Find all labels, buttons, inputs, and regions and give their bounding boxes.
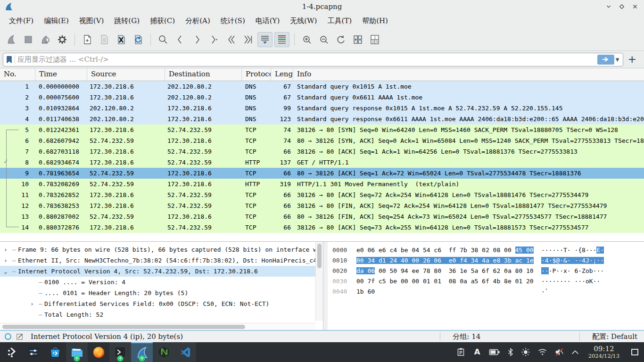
menu-item-0[interactable]: 文件(F)	[4, 15, 39, 27]
menu-item-7[interactable]: 电话(Y)	[250, 15, 285, 27]
bluetooth-icon[interactable]	[507, 347, 514, 357]
menu-item-3[interactable]: 跳转(G)	[109, 15, 145, 27]
apply-filter-button[interactable]	[597, 55, 614, 65]
display-filter-input[interactable]: 应用显示过滤器 ... <Ctrl-/> ▼	[3, 53, 623, 66]
detail-line-5[interactable]: ›–Differentiated Services Field: 0x00 (D…	[0, 298, 323, 309]
packet-row-9[interactable]: 90.78196365452.74.232.59172.30.218.6TCP6…	[0, 168, 644, 179]
brightness-icon[interactable]	[521, 347, 530, 357]
resize-columns-button[interactable]	[350, 32, 365, 47]
packet-row-7[interactable]: 70.682703118172.30.218.652.74.232.59TCP6…	[0, 146, 644, 157]
hex-row-0030[interactable]: 003000 7f c5 be 00 00 01 01 08 0a a5 6f …	[332, 276, 644, 287]
column-header-protocol[interactable]: Protocol	[242, 68, 271, 81]
discover-button[interactable]	[44, 342, 66, 362]
zoom-in-button[interactable]	[299, 32, 314, 47]
add-filter-button[interactable]: +	[623, 53, 641, 66]
packet-row-1[interactable]: 10.000000000172.30.218.6202.120.80.2DNS6…	[0, 81, 644, 92]
file-manager-button[interactable]: +	[66, 342, 88, 362]
restart-capture-button[interactable]	[38, 32, 53, 47]
expander-icon[interactable]: ›	[4, 255, 12, 266]
vscode-button[interactable]	[174, 342, 196, 362]
menu-item-2[interactable]: 视图(V)	[74, 15, 109, 27]
packet-row-14[interactable]: 140.880372876172.30.218.652.74.232.59TCP…	[0, 222, 644, 233]
hex-row-0010[interactable]: 001000 34 d1 24 40 00 26 06 e0 f4 34 4a …	[332, 255, 644, 266]
menu-item-4[interactable]: 捕获(C)	[145, 15, 180, 27]
profile-status[interactable]: 配置: Default	[580, 332, 639, 341]
capture-comment-icon[interactable]	[16, 333, 24, 341]
column-header-source[interactable]: Source	[87, 68, 165, 81]
volume-muted-icon[interactable]	[554, 347, 564, 357]
expander-icon[interactable]: ›	[30, 298, 39, 309]
bookmark-icon[interactable]	[6, 56, 13, 64]
colorize-button[interactable]	[274, 32, 289, 47]
packet-row-5[interactable]: 50.012242361172.30.218.652.74.232.59TCP7…	[0, 124, 644, 135]
scrollbar-thumb[interactable]	[317, 244, 322, 268]
packet-row-12[interactable]: 120.783638253172.30.218.652.74.232.59TCP…	[0, 200, 644, 211]
expander-icon[interactable]: ›	[4, 244, 12, 255]
menu-item-8[interactable]: 无线(W)	[285, 15, 322, 27]
save-file-button[interactable]	[97, 32, 112, 47]
detail-line-1[interactable]: ›–Ethernet II, Src: NewH3CTechno_7b:38:0…	[0, 255, 323, 266]
stop-capture-button[interactable]	[21, 32, 36, 47]
wifi-icon[interactable]	[537, 348, 547, 356]
column-header-no[interactable]: No.	[0, 68, 35, 81]
neovim-button[interactable]	[153, 342, 174, 362]
maximize-button[interactable]	[618, 2, 626, 11]
expert-info-icon[interactable]	[5, 333, 11, 340]
packet-row-11[interactable]: 110.783262852172.30.218.652.74.232.59TCP…	[0, 189, 644, 200]
open-file-button[interactable]	[80, 32, 95, 47]
hex-row-0020[interactable]: 0020da 06 00 50 94 ee 78 80 36 1e 5a 6f …	[332, 266, 644, 276]
pane-splitter[interactable]	[323, 242, 328, 330]
terminal-button[interactable]: +	[109, 342, 131, 362]
menu-item-5[interactable]: 分析(A)	[180, 15, 215, 27]
battery-icon[interactable]	[489, 348, 500, 356]
packet-row-2[interactable]: 20.000075600172.30.218.6202.120.80.2DNS6…	[0, 92, 644, 103]
scrollbar-thumb[interactable]	[2, 325, 245, 329]
column-header-lengtl[interactable]: Lengtl	[271, 68, 293, 81]
settings-button[interactable]	[23, 342, 44, 362]
number-columns-button[interactable]: 123	[367, 32, 382, 47]
column-header-time[interactable]: Time	[35, 68, 87, 81]
capture-options-button[interactable]	[55, 32, 70, 47]
detail-line-4[interactable]: –.... 0101 = Header Length: 20 bytes (5)	[0, 288, 323, 298]
packet-row-6[interactable]: 60.68260794252.74.232.59172.30.218.6TCP7…	[0, 135, 644, 146]
start-capture-button[interactable]	[4, 32, 19, 47]
tray-expander-chevron-icon[interactable]	[571, 349, 579, 355]
next-packet-button[interactable]	[190, 32, 205, 47]
firefox-button[interactable]	[88, 342, 109, 362]
show-desktop-button[interactable]	[631, 349, 638, 355]
column-header-info[interactable]: Info	[293, 68, 644, 81]
menu-item-1[interactable]: 编辑(E)	[39, 15, 74, 27]
filter-dropdown-caret[interactable]: ▼	[616, 57, 619, 62]
hex-row-0040[interactable]: 00401b 60·`	[332, 287, 644, 297]
detail-line-6[interactable]: –Total Length: 52	[0, 309, 323, 320]
column-header-destination[interactable]: Destination	[165, 68, 242, 81]
menu-item-6[interactable]: 统计(S)	[215, 15, 250, 27]
detail-line-0[interactable]: ›–Frame 9: 66 bytes on wire (528 bits), …	[0, 244, 323, 255]
packet-row-13[interactable]: 130.88028700252.74.232.59172.30.218.6TCP…	[0, 211, 644, 222]
packet-row-8[interactable]: 80.682934674172.30.218.652.74.232.59HTTP…	[0, 157, 644, 168]
wireshark-task-button[interactable]: +	[131, 342, 153, 362]
packet-row-4[interactable]: 40.011740638202.120.80.2172.30.218.6DNS1…	[0, 114, 644, 124]
menu-item-10[interactable]: 帮助(H)	[357, 15, 393, 27]
clipboard-icon[interactable]	[456, 347, 465, 356]
find-packet-button[interactable]	[156, 32, 171, 47]
hex-row-0000[interactable]: 0000e0 06 e6 c4 be 04 54 c6 ff 7b 38 02 …	[332, 245, 644, 255]
previous-packet-button[interactable]	[173, 32, 188, 47]
menu-item-9[interactable]: 工具(T)	[322, 15, 357, 27]
first-packet-button[interactable]	[223, 32, 239, 47]
go-to-packet-button[interactable]	[206, 32, 222, 47]
detail-line-3[interactable]: –0100 .... = Version: 4	[0, 277, 323, 288]
packet-row-3[interactable]: 30.010932864202.120.80.2172.30.218.6DNS9…	[0, 103, 644, 114]
close-file-button[interactable]	[114, 32, 129, 47]
app-launcher-button[interactable]	[1, 342, 23, 362]
close-button[interactable]	[631, 2, 639, 11]
reload-file-button[interactable]	[131, 32, 146, 47]
details-horizontal-scrollbar[interactable]	[0, 323, 316, 330]
keyboard-layout-icon[interactable]: A	[472, 347, 482, 357]
last-packet-button[interactable]	[240, 32, 256, 47]
details-vertical-scrollbar[interactable]	[315, 242, 323, 321]
detail-line-2[interactable]: ⌄–Internet Protocol Version 4, Src: 52.7…	[0, 266, 323, 277]
expander-icon[interactable]: ⌄	[4, 266, 12, 277]
packet-row-10[interactable]: 100.78320826952.74.232.59172.30.218.6HTT…	[0, 179, 644, 189]
minimize-button[interactable]	[604, 2, 613, 11]
